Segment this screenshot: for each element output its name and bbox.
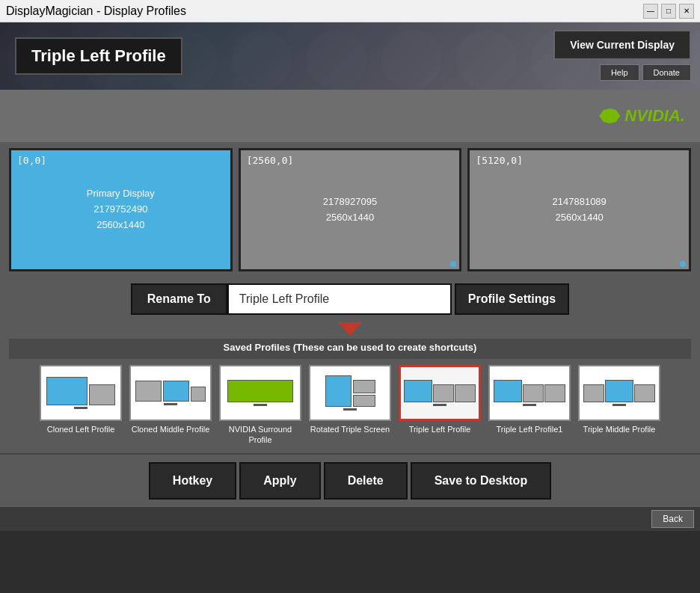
nvidia-text: NVIDIA. <box>624 106 685 126</box>
monitor-2-dot <box>450 261 456 267</box>
nvidia-icon <box>599 108 620 123</box>
help-button[interactable]: Help <box>600 64 639 81</box>
profile-label-triple-left1: Triple Left Profile1 <box>497 424 563 434</box>
profile-thumb-triple-left1[interactable] <box>488 365 571 421</box>
monitor-3-dot <box>680 261 686 267</box>
monitors-section: [0,0] Primary Display 2179752490 2560x14… <box>0 142 700 277</box>
monitor-3: [5120,0] 2147881089 2560x1440 <box>467 148 691 271</box>
minimize-button[interactable]: — <box>643 4 658 19</box>
maximize-button[interactable]: □ <box>661 4 676 19</box>
monitor-3-coords: [5120,0] <box>476 155 523 166</box>
arrow-row <box>0 321 700 339</box>
monitor-2: [2560,0] 2178927095 2560x1440 <box>239 148 462 271</box>
profile-thumb-cloned-middle[interactable] <box>129 365 212 421</box>
profile-label-triple-left: Triple Left Profile <box>409 424 471 434</box>
monitor-3-resolution: 2560x1440 <box>553 210 607 226</box>
rename-row: Rename To Profile Settings <box>0 277 700 321</box>
title-bar-controls: — □ ✕ <box>643 4 694 19</box>
profile-label-nvidia-surround: NVIDIA Surround Profile <box>219 424 301 446</box>
profile-label-cloned-left: Cloned Left Profile <box>47 424 115 434</box>
nvidia-logo: NVIDIA. <box>599 106 685 126</box>
profile-label-triple-middle: Triple Middle Profile <box>583 424 656 434</box>
saved-profiles-title: Saved Profiles (These can be used to cre… <box>9 339 691 359</box>
view-current-display-button[interactable]: View Current Display <box>553 30 691 60</box>
monitor-1-label: Primary Display <box>87 186 155 202</box>
monitor-1-resolution: 2560x1440 <box>87 218 155 233</box>
monitor-1-coords: [0,0] <box>17 155 46 166</box>
profiles-grid: Cloned Left Profile Cloned Middle Profil… <box>9 365 691 446</box>
monitor-1: [0,0] Primary Display 2179752490 2560x14… <box>9 148 233 271</box>
monitor-2-coords: [2560,0] <box>247 155 294 166</box>
profile-card-triple-left1[interactable]: Triple Left Profile1 <box>488 365 571 446</box>
profile-card-nvidia-surround[interactable]: NVIDIA Surround Profile <box>219 365 301 446</box>
save-to-desktop-button[interactable]: Save to Desktop <box>411 462 551 500</box>
profile-card-triple-left[interactable]: Triple Left Profile <box>399 365 481 446</box>
profile-card-triple-middle[interactable]: Triple Middle Profile <box>578 365 660 446</box>
monitor-3-id: 2147881089 <box>553 194 607 210</box>
monitor-1-info: Primary Display 2179752490 2560x1440 <box>87 186 155 233</box>
profile-thumb-triple-middle[interactable] <box>578 365 660 421</box>
bottom-toolbar: Hotkey Apply Delete Save to Desktop <box>0 453 700 507</box>
saved-profiles-section: Saved Profiles (These can be used to cre… <box>0 339 700 453</box>
help-donate-row: Help Donate <box>600 64 691 81</box>
title-bar: DisplayMagician - Display Profiles — □ ✕ <box>0 0 700 22</box>
monitor-3-info: 2147881089 2560x1440 <box>553 194 607 226</box>
rename-input[interactable] <box>227 283 452 315</box>
back-button[interactable]: Back <box>651 510 694 528</box>
profile-label-rotated-triple: Rotated Triple Screen <box>310 424 390 434</box>
rename-to-label: Rename To <box>131 283 227 315</box>
monitor-1-id: 2179752490 <box>87 202 155 218</box>
profile-thumb-cloned-left[interactable] <box>40 365 122 421</box>
profile-thumb-nvidia-surround[interactable] <box>219 365 301 421</box>
back-area: Back <box>0 507 700 531</box>
monitor-2-info: 2178927095 2560x1440 <box>323 194 377 226</box>
close-button[interactable]: ✕ <box>679 4 694 19</box>
down-arrow-icon <box>338 322 362 336</box>
profile-thumb-triple-left[interactable] <box>399 365 481 421</box>
profile-name-badge: Triple Left Profile <box>15 37 182 75</box>
profile-card-cloned-left[interactable]: Cloned Left Profile <box>40 365 122 446</box>
profile-settings-button[interactable]: Profile Settings <box>455 283 569 315</box>
profile-card-rotated-triple[interactable]: Rotated Triple Screen <box>309 365 391 446</box>
window-title: DisplayMagician - Display Profiles <box>6 4 186 18</box>
middle-area: NVIDIA. <box>0 90 700 142</box>
donate-button[interactable]: Donate <box>642 64 691 81</box>
hotkey-button[interactable]: Hotkey <box>149 462 236 500</box>
header-area: Triple Left Profile View Current Display… <box>0 22 700 90</box>
monitor-2-id: 2178927095 <box>323 194 377 210</box>
profile-thumb-rotated-triple[interactable] <box>309 365 391 421</box>
delete-button[interactable]: Delete <box>324 462 408 500</box>
monitor-2-resolution: 2560x1440 <box>323 210 377 226</box>
profile-label-cloned-middle: Cloned Middle Profile <box>132 424 210 434</box>
apply-button[interactable]: Apply <box>239 462 320 500</box>
profile-card-cloned-middle[interactable]: Cloned Middle Profile <box>129 365 212 446</box>
header-right-buttons: View Current Display Help Donate <box>553 30 691 81</box>
